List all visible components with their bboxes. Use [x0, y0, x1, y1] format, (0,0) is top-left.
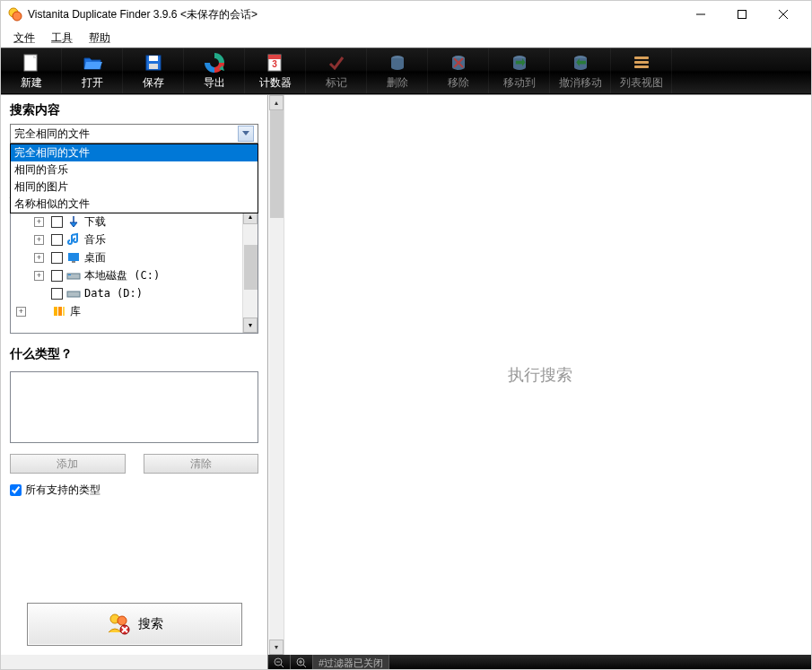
scroll-up-icon[interactable]: ▴ — [269, 95, 284, 110]
undomove-button[interactable]: 撤消移动 — [550, 48, 611, 93]
toolbar: 新建 打开 保存 导出 3 计数器 标记 删除 移除 移动到 撤消移动 列表视图 — [1, 48, 811, 94]
tree-checkbox[interactable] — [51, 234, 63, 246]
tree-item-drive-d[interactable]: Data (D:) — [13, 284, 256, 302]
location-tree[interactable]: + 下载 + 音乐 + 桌面 + 本地磁盘 (C:) — [10, 208, 258, 334]
svg-rect-3 — [738, 11, 747, 19]
svg-marker-26 — [242, 131, 249, 135]
remove-button[interactable]: 移除 — [428, 48, 489, 93]
new-icon — [21, 52, 42, 74]
search-button[interactable]: 搜索 — [27, 603, 242, 646]
tree-checkbox[interactable] — [51, 216, 63, 228]
all-types-checkbox[interactable] — [10, 484, 22, 496]
svg-rect-34 — [58, 307, 62, 316]
menu-help[interactable]: 帮助 — [83, 29, 116, 48]
content-area: ▴ ▾ 执行搜索 — [268, 95, 811, 655]
chevron-down-icon[interactable] — [238, 126, 254, 142]
export-icon — [204, 52, 225, 74]
save-icon — [143, 52, 164, 74]
add-button[interactable]: 添加 — [10, 454, 126, 474]
tree-checkbox[interactable] — [51, 252, 63, 264]
open-button[interactable]: 打开 — [62, 48, 123, 93]
expand-icon[interactable]: + — [34, 217, 44, 227]
statusbar: #过滤器已关闭 — [1, 655, 811, 670]
svg-text:3: 3 — [272, 59, 277, 69]
mark-button[interactable]: 标记 — [306, 48, 367, 93]
expand-icon[interactable]: + — [34, 235, 44, 245]
type-title: 什么类型？ — [10, 346, 258, 362]
svg-line-42 — [281, 665, 284, 667]
tree-scrollbar[interactable]: ▴ ▾ — [242, 209, 258, 333]
new-button[interactable]: 新建 — [1, 48, 62, 93]
svg-rect-35 — [63, 307, 65, 316]
filter-status[interactable]: #过滤器已关闭 — [313, 655, 389, 670]
undomove-icon — [570, 52, 591, 74]
tree-item-desktop[interactable]: + 桌面 — [13, 248, 256, 266]
svg-rect-25 — [634, 65, 649, 68]
close-button[interactable] — [763, 1, 804, 28]
tree-checkbox[interactable] — [51, 270, 63, 282]
counter-icon: 3 — [265, 52, 286, 74]
zoom-out-button[interactable] — [268, 655, 291, 670]
search-for-title: 搜索内容 — [10, 102, 258, 118]
listview-button[interactable]: 列表视图 — [611, 48, 672, 93]
svg-point-37 — [118, 616, 127, 625]
drive-icon — [66, 286, 81, 300]
expand-icon[interactable]: + — [16, 307, 26, 317]
clear-button[interactable]: 清除 — [144, 454, 259, 474]
app-icon — [8, 7, 22, 22]
save-button[interactable]: 保存 — [123, 48, 184, 93]
svg-rect-32 — [67, 291, 80, 297]
zoom-in-button[interactable] — [291, 655, 313, 670]
search-type-combo[interactable]: 完全相同的文件 完全相同的文件 相同的音乐 相同的图片 名称相似的文件 — [10, 124, 258, 144]
delete-icon — [387, 52, 408, 74]
tree-checkbox[interactable] — [51, 288, 63, 300]
content-placeholder: 执行搜索 — [508, 364, 572, 386]
export-button[interactable]: 导出 — [184, 48, 245, 93]
svg-rect-33 — [54, 307, 57, 316]
minimize-button[interactable] — [680, 1, 721, 28]
expand-icon[interactable]: + — [34, 271, 44, 281]
moveto-button[interactable]: 移动到 — [489, 48, 550, 93]
delete-button[interactable]: 删除 — [367, 48, 428, 93]
combo-option[interactable]: 完全相同的文件 — [11, 144, 258, 161]
menu-tools[interactable]: 工具 — [46, 29, 78, 48]
all-types-label: 所有支持的类型 — [25, 483, 100, 498]
combo-option[interactable]: 相同的音乐 — [11, 161, 258, 178]
combo-dropdown-list: 完全相同的文件 相同的音乐 相同的图片 名称相似的文件 — [10, 144, 258, 213]
search-people-icon — [106, 611, 131, 639]
svg-line-45 — [303, 665, 306, 667]
titlebar: Vistanita Duplicate Finder 3.9.6 <未保存的会话… — [1, 1, 811, 28]
open-icon — [82, 52, 103, 74]
svg-rect-29 — [72, 261, 75, 263]
scroll-down-icon[interactable]: ▾ — [269, 640, 284, 655]
combo-option[interactable]: 相同的图片 — [11, 178, 258, 196]
tree-item-library[interactable]: + 库 — [13, 302, 256, 320]
menu-file[interactable]: 文件 — [8, 29, 40, 48]
type-listbox[interactable] — [10, 371, 258, 443]
scroll-thumb[interactable] — [244, 245, 258, 290]
tree-item-drive-c[interactable]: + 本地磁盘 (C:) — [13, 266, 256, 284]
all-types-checkbox-row[interactable]: 所有支持的类型 — [10, 483, 258, 498]
combo-option[interactable]: 名称相似的文件 — [11, 196, 258, 213]
menubar: 文件 工具 帮助 — [1, 28, 811, 48]
remove-icon — [448, 52, 469, 74]
expand-icon[interactable]: + — [34, 253, 44, 263]
drive-icon — [66, 268, 81, 283]
download-icon — [66, 214, 81, 229]
counter-button[interactable]: 3 计数器 — [245, 48, 306, 93]
library-icon — [52, 304, 66, 318]
combo-selected-value: 完全相同的文件 — [14, 126, 90, 142]
svg-rect-28 — [68, 253, 79, 261]
svg-rect-24 — [634, 61, 649, 64]
tree-item-downloads[interactable]: + 下载 — [13, 213, 256, 231]
svg-rect-30 — [67, 274, 80, 279]
tree-item-music[interactable]: + 音乐 — [13, 231, 256, 248]
scroll-thumb[interactable] — [270, 110, 284, 218]
svg-rect-23 — [634, 57, 649, 59]
listview-icon — [631, 52, 652, 74]
scroll-down-icon[interactable]: ▾ — [243, 318, 258, 333]
content-scrollbar[interactable]: ▴ ▾ — [269, 95, 284, 655]
svg-rect-10 — [149, 64, 158, 69]
moveto-icon — [509, 52, 530, 74]
maximize-button[interactable] — [721, 1, 763, 28]
